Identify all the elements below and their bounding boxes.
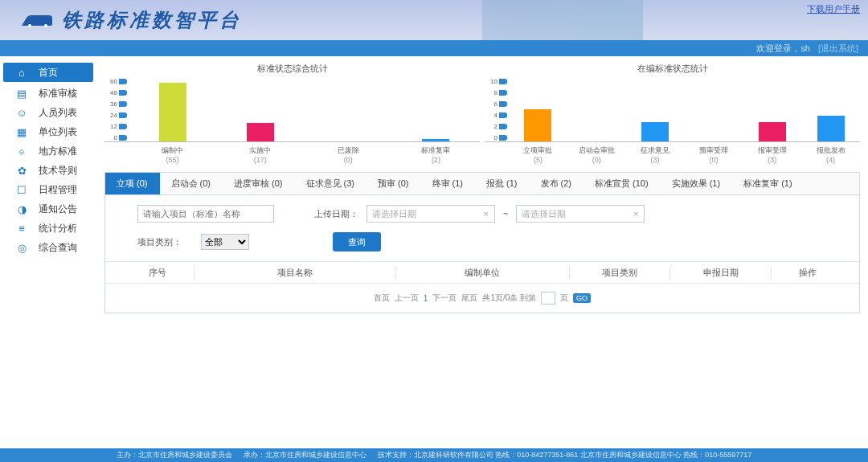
page-footer: 主办：北京市住房和城乡建设委员会 承办：北京市住房和城乡建设信息中心 技术支持：… [0,448,868,462]
sidebar-item-3[interactable]: ▦单位列表 [0,122,96,141]
category-label: 项目类别： [137,236,182,248]
table-header: 序号项目名称编制单位项目类别申报日期操作 [105,261,859,284]
sidebar-item-7[interactable]: ◑通知公告 [0,199,96,219]
sidebar-icon: ✿ [16,165,27,176]
date-to-input[interactable]: 请选择日期 × [516,205,645,223]
sidebar-item-label: 单位列表 [39,125,77,139]
sidebar-icon: ▤ [16,88,27,99]
logout-link[interactable]: [退出系统] [818,43,858,55]
sidebar-icon: ▦ [16,126,27,137]
date-from-input[interactable]: 请选择日期 × [366,205,495,223]
sidebar-item-label: 综合查询 [39,241,77,255]
sidebar-item-label: 首页 [39,66,58,80]
chart-standard-status: 标准状态综合统计 60483624120 编制中(55)实施中(17)已废除(0… [104,63,480,167]
pager-page-suffix: 页 [560,292,568,304]
pager-first[interactable]: 首页 [374,292,390,304]
pager-prev[interactable]: 上一页 [395,292,419,304]
pager-next[interactable]: 下一页 [432,292,457,304]
upload-date-label: 上传日期： [314,208,358,220]
table-col-2: 编制单位 [395,267,569,279]
sidebar-item-label: 技术导则 [39,164,77,178]
chart-editing-status: 在编标准状态统计 1086420 立项审批(5)启动会审批(0)征求意见(3)预… [485,63,860,167]
tab-9[interactable]: 实施效果 (1) [661,173,733,194]
sidebar: ⌂首页▤标准审核☺人员列表▦单位列表⟐地方标准✿技术导则☐日程管理◑通知公告≡统… [0,56,96,446]
search-button[interactable]: 查询 [333,232,381,251]
footer-host: 主办：北京市住房和城乡建设委员会 [117,450,232,460]
welcome-text: 欢迎登录，sh [756,43,810,55]
footer-undertake: 承办：北京市住房和城乡建设信息中心 [244,450,366,460]
pager-last[interactable]: 尾页 [461,292,477,304]
sidebar-item-2[interactable]: ☺人员列表 [0,103,96,122]
pager-go-button[interactable]: GO [573,293,591,303]
search-input[interactable] [137,205,274,223]
date-tilde: ~ [503,209,508,219]
sidebar-icon: ≡ [16,223,27,234]
tab-3[interactable]: 征求意见 (3) [295,173,367,194]
tab-10[interactable]: 标准复审 (1) [732,173,805,194]
tab-1[interactable]: 启动会 (0) [160,173,223,194]
table-col-0: 序号 [121,267,194,279]
footer-tech: 技术支持：北京建科研软件有限公司 热线：010-84277351-861 北京市… [378,450,752,460]
sidebar-icon: ⟐ [16,145,27,157]
sidebar-item-1[interactable]: ▤标准审核 [0,84,96,103]
app-title: 铁路标准数智平台 [62,7,242,33]
clear-date-from-icon[interactable]: × [481,209,491,219]
table-col-3: 项目类别 [569,267,670,279]
pager-page-input[interactable] [541,292,555,305]
app-header: 铁路标准数智平台 下载用户手册 [0,0,868,40]
sidebar-item-6[interactable]: ☐日程管理 [0,180,96,199]
clear-date-to-icon[interactable]: × [631,209,641,219]
tabs-header: 立项 (0)启动会 (0)进度审核 (0)征求意见 (3)预审 (0)终审 (1… [105,173,859,195]
sidebar-item-label: 日程管理 [39,183,77,197]
sidebar-item-0[interactable]: ⌂首页 [3,63,93,82]
tab-5[interactable]: 终审 (1) [421,173,476,194]
tab-4[interactable]: 预审 (0) [366,173,421,194]
header-decoration [482,0,643,40]
sidebar-item-label: 地方标准 [39,145,77,158]
tab-7[interactable]: 发布 (2) [530,173,584,194]
top-bar: 欢迎登录，sh [退出系统] [0,40,868,56]
sidebar-item-9[interactable]: ◎综合查询 [0,238,96,257]
sidebar-icon: ☐ [16,184,27,195]
sidebar-item-label: 标准审核 [39,87,77,100]
filter-row-2: 项目类别： 全部 查询 [105,227,859,261]
download-manual-link[interactable]: 下载用户手册 [807,3,860,15]
filter-row-1: 上传日期： 请选择日期 × ~ 请选择日期 × [105,195,859,227]
pager-total: 共1页/0条 到第 [482,292,536,304]
main-content: 标准状态综合统计 60483624120 编制中(55)实施中(17)已废除(0… [96,56,868,446]
sidebar-item-4[interactable]: ⟐地方标准 [0,141,96,161]
table-col-1: 项目名称 [194,267,395,279]
tab-6[interactable]: 报批 (1) [475,173,530,194]
chart-title-left: 标准状态综合统计 [104,63,480,75]
train-logo-icon [20,11,54,29]
tab-0[interactable]: 立项 (0) [105,173,160,194]
sidebar-icon: ⌂ [16,67,27,78]
sidebar-icon: ◎ [16,242,27,253]
sidebar-item-8[interactable]: ≡统计分析 [0,219,96,238]
tabs-panel: 立项 (0)启动会 (0)进度审核 (0)征求意见 (3)预审 (0)终审 (1… [104,172,860,313]
pager-current: 1 [424,294,428,303]
table-col-4: 申报日期 [669,267,771,279]
tab-2[interactable]: 进度审核 (0) [223,173,295,194]
category-select[interactable]: 全部 [201,234,249,250]
sidebar-item-label: 人员列表 [39,106,77,120]
tab-8[interactable]: 标准宣贯 (10) [583,173,661,194]
svg-point-0 [28,24,31,27]
sidebar-item-5[interactable]: ✿技术导则 [0,161,96,180]
svg-point-1 [44,24,47,27]
sidebar-icon: ☺ [16,107,27,118]
chart-title-right: 在编标准状态统计 [485,63,860,75]
sidebar-item-label: 通知公告 [39,202,77,216]
sidebar-icon: ◑ [16,203,27,215]
sidebar-item-label: 统计分析 [39,222,77,235]
table-col-5: 操作 [771,267,843,279]
pagination: 首页 上一页 1 下一页 尾页 共1页/0条 到第 页 GO [105,284,859,313]
